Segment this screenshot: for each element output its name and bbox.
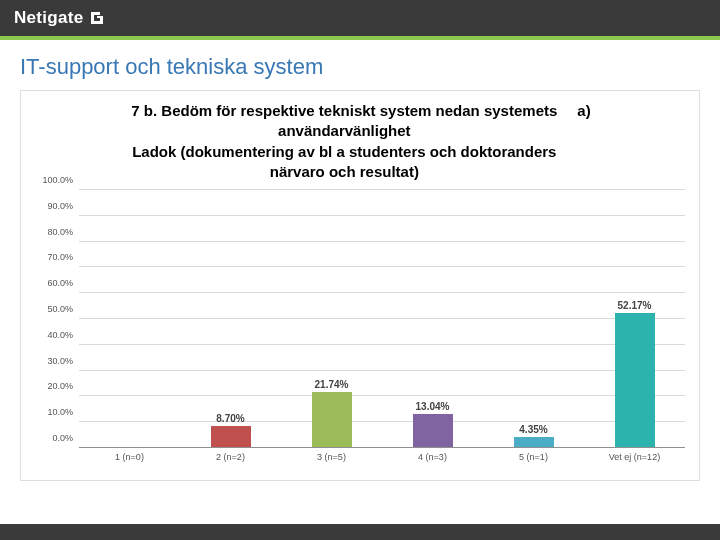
chart-title-row: 7 b. Bedöm för respektive tekniskt syste… bbox=[29, 101, 691, 182]
ytick-label: 0.0% bbox=[52, 433, 79, 443]
ytick-label: 80.0% bbox=[47, 227, 79, 237]
chart-xaxis: 1 (n=0)2 (n=2)3 (n=5)4 (n=3)5 (n=1)Vet e… bbox=[79, 447, 685, 470]
ytick-label: 50.0% bbox=[47, 304, 79, 314]
chart-title: 7 b. Bedöm för respektive tekniskt syste… bbox=[129, 101, 559, 182]
brand-logo-icon bbox=[89, 10, 105, 26]
xtick-label: 5 (n=1) bbox=[483, 448, 584, 470]
ytick-label: 70.0% bbox=[47, 252, 79, 262]
ytick-label: 30.0% bbox=[47, 356, 79, 366]
bar-value-label: 52.17% bbox=[618, 300, 652, 311]
bar-slot: 21.74% bbox=[281, 190, 382, 448]
chart-title-line: 7 b. Bedöm för respektive tekniskt syste… bbox=[129, 101, 559, 142]
ytick-label: 20.0% bbox=[47, 381, 79, 391]
bar-value-label: 4.35% bbox=[519, 424, 547, 435]
bar-slot: 4.35% bbox=[483, 190, 584, 448]
bar-value-label: 21.74% bbox=[315, 379, 349, 390]
bar bbox=[211, 426, 251, 448]
brand: Netigate bbox=[14, 8, 105, 28]
xtick-label: 2 (n=2) bbox=[180, 448, 281, 470]
ytick-label: 60.0% bbox=[47, 278, 79, 288]
ytick-label: 90.0% bbox=[47, 201, 79, 211]
bar-slot bbox=[79, 190, 180, 448]
chart-plot: 0.0%10.0%20.0%30.0%40.0%50.0%60.0%70.0%8… bbox=[79, 190, 685, 470]
chart-card: 7 b. Bedöm för respektive tekniskt syste… bbox=[20, 90, 700, 481]
chart-bars: 8.70%21.74%13.04%4.35%52.17% bbox=[79, 190, 685, 448]
chart-title-line: Ladok (dokumentering av bl a studenters … bbox=[129, 142, 559, 183]
footer-bar bbox=[0, 524, 720, 540]
page-body: IT-support och tekniska system 7 b. Bedö… bbox=[0, 40, 720, 487]
brand-name: Netigate bbox=[14, 8, 83, 28]
xtick-label: 4 (n=3) bbox=[382, 448, 483, 470]
bar bbox=[615, 313, 655, 448]
bar-value-label: 13.04% bbox=[416, 401, 450, 412]
app-header: Netigate bbox=[0, 0, 720, 36]
bar-slot: 8.70% bbox=[180, 190, 281, 448]
ytick-label: 10.0% bbox=[47, 407, 79, 417]
chart-title-side: a) bbox=[577, 101, 590, 121]
xtick-label: 3 (n=5) bbox=[281, 448, 382, 470]
xtick-label: 1 (n=0) bbox=[79, 448, 180, 470]
bar bbox=[413, 414, 453, 448]
ytick-label: 100.0% bbox=[42, 175, 79, 185]
ytick-label: 40.0% bbox=[47, 330, 79, 340]
bar-slot: 13.04% bbox=[382, 190, 483, 448]
bar bbox=[312, 392, 352, 448]
bar-slot: 52.17% bbox=[584, 190, 685, 448]
xtick-label: Vet ej (n=12) bbox=[584, 448, 685, 470]
page-title: IT-support och tekniska system bbox=[20, 54, 700, 80]
bar-value-label: 8.70% bbox=[216, 413, 244, 424]
